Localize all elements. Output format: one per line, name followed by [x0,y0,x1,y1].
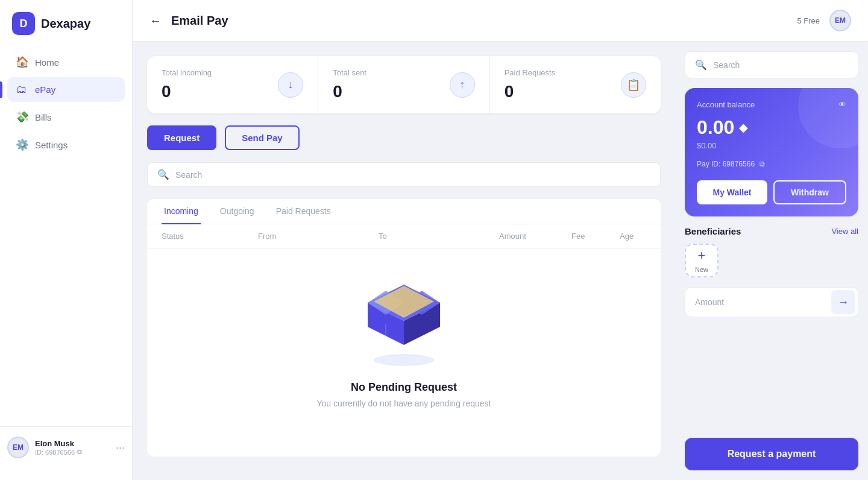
amount-submit-button[interactable]: → [831,290,855,314]
right-search-input[interactable] [713,60,848,70]
stat-paid-value: 0 [505,82,556,101]
sidebar-item-home[interactable]: 🏠 Home [7,49,125,75]
user-name: Elon Musk [35,439,110,448]
sidebar-item-label-epay: ePay [35,84,55,95]
sidebar-logo: D Dexapay [0,12,132,49]
avatar: EM [7,437,29,458]
balance-usd: $0.00 [697,141,846,150]
plus-icon: + [698,248,706,264]
col-amount: Amount [499,232,571,241]
back-button[interactable]: ← [149,14,162,28]
spacer [685,327,858,428]
stat-card-sent: Total sent 0 ↑ [318,56,489,113]
tab-outgoing[interactable]: Outgoing [218,199,257,224]
sidebar-item-epay[interactable]: 🗂 ePay [7,77,125,102]
table-container: Status From To Amount Fee Age [147,224,661,456]
main: ← Email Pay 5 Free EM Total incoming 0 ↓ [133,0,868,480]
more-options-icon[interactable]: ··· [116,441,125,454]
tab-paid-requests[interactable]: Paid Requests [274,199,333,224]
sidebar-item-settings[interactable]: ⚙️ Settings [7,132,125,157]
content: Total incoming 0 ↓ Total sent 0 ↑ Paid R… [133,42,868,480]
col-age: Age [620,232,661,241]
tabs: Incoming Outgoing Paid Requests [147,199,661,224]
empty-illustration [356,285,452,369]
amount-row: → [685,287,858,317]
withdraw-button[interactable]: Withdraw [773,180,846,204]
user-id: ID: 69876566 ⧉ [35,448,110,456]
stat-card-incoming: Total incoming 0 ↓ [147,56,318,113]
stat-incoming-icon: ↓ [278,72,303,98]
copy-icon[interactable]: ⧉ [77,448,82,456]
eye-icon[interactable]: 👁 [838,100,846,109]
stat-incoming-info: Total incoming 0 [162,68,212,101]
sidebar-footer: EM Elon Musk ID: 69876566 ⧉ ··· [0,426,132,468]
settings-icon: ⚙️ [16,138,28,151]
balance-actions: My Wallet Withdraw [697,180,846,204]
page-title: Email Pay [171,14,787,28]
tab-incoming[interactable]: Incoming [162,199,201,224]
add-beneficiary-button[interactable]: + New [685,244,719,277]
action-row: Request Send Pay [147,125,661,150]
svg-point-0 [374,354,434,366]
main-search-input[interactable] [175,170,650,180]
stat-sent-icon: ↑ [450,72,475,98]
free-badge: 5 Free [797,16,820,25]
balance-card: Account balance 👁 0.00 ◆ $0.00 Pay ID: 6… [685,88,858,216]
right-panel: 🔍 Account balance 👁 0.00 ◆ $0.00 Pay ID:… [675,42,868,480]
stat-paid-label: Paid Requests [505,68,556,77]
logo-icon: D [12,12,35,35]
request-button[interactable]: Request [147,125,216,150]
tabs-table-container: Incoming Outgoing Paid Requests Status F… [147,199,661,456]
right-search-icon: 🔍 [695,59,707,71]
right-search-bar: 🔍 [685,51,858,78]
balance-amount: 0.00 ◆ [697,116,846,139]
add-beneficiary-label: New [695,266,708,273]
col-status: Status [162,232,258,241]
sidebar-item-label-settings: Settings [35,140,68,150]
col-from: From [258,232,379,241]
diamond-icon: ◆ [739,121,747,134]
col-fee: Fee [571,232,620,241]
stat-incoming-label: Total incoming [162,68,212,77]
empty-subtitle: You currently do not have any pending re… [316,399,491,408]
empty-title: No Pending Request [351,381,457,394]
send-pay-button[interactable]: Send Pay [225,125,300,150]
stat-paid-info: Paid Requests 0 [505,68,556,101]
view-all-link[interactable]: View all [831,227,858,236]
user-info: Elon Musk ID: 69876566 ⧉ [35,439,110,456]
home-icon: 🏠 [16,55,28,69]
stat-incoming-value: 0 [162,82,212,101]
balance-label: Account balance 👁 [697,100,846,109]
copy-pay-id-icon[interactable]: ⧉ [760,160,765,168]
stat-sent-value: 0 [333,82,366,101]
my-wallet-button[interactable]: My Wallet [697,180,767,204]
sidebar-item-label-bills: Bills [35,112,52,122]
sidebar-nav: 🏠 Home 🗂 ePay 💸 Bills ⚙️ Settings [0,49,132,426]
sidebar-item-label-home: Home [35,57,59,68]
beneficiaries-header: Beneficiaries View all [685,226,858,236]
stats-row: Total incoming 0 ↓ Total sent 0 ↑ Paid R… [147,56,661,113]
main-search-bar: 🔍 [147,162,661,187]
empty-state: No Pending Request You currently do not … [147,248,661,456]
page-header: ← Email Pay 5 Free EM [133,0,868,42]
epay-icon: 🗂 [16,83,28,96]
amount-input[interactable] [695,291,826,313]
request-payment-button[interactable]: Request a payment [685,438,858,470]
center-panel: Total incoming 0 ↓ Total sent 0 ↑ Paid R… [133,42,675,480]
bills-icon: 💸 [16,110,28,124]
table-header: Status From To Amount Fee Age [147,224,661,248]
sidebar-item-bills[interactable]: 💸 Bills [7,104,125,130]
pay-id: Pay ID: 69876566 [697,160,755,168]
search-icon: 🔍 [157,169,169,180]
beneficiaries-title: Beneficiaries [685,226,741,236]
stat-sent-info: Total sent 0 [333,68,366,101]
stat-paid-icon: 📋 [621,72,646,98]
sidebar: D Dexapay 🏠 Home 🗂 ePay 💸 Bills ⚙️ Setti… [0,0,133,480]
stat-sent-label: Total sent [333,68,366,77]
header-avatar[interactable]: EM [829,10,851,31]
pay-id-row: Pay ID: 69876566 ⧉ [697,160,846,168]
logo-text: Dexapay [41,17,90,31]
col-to: To [379,232,499,241]
beneficiaries-section: Beneficiaries View all + New [685,226,858,277]
stat-card-paid: Paid Requests 0 📋 [490,56,661,113]
